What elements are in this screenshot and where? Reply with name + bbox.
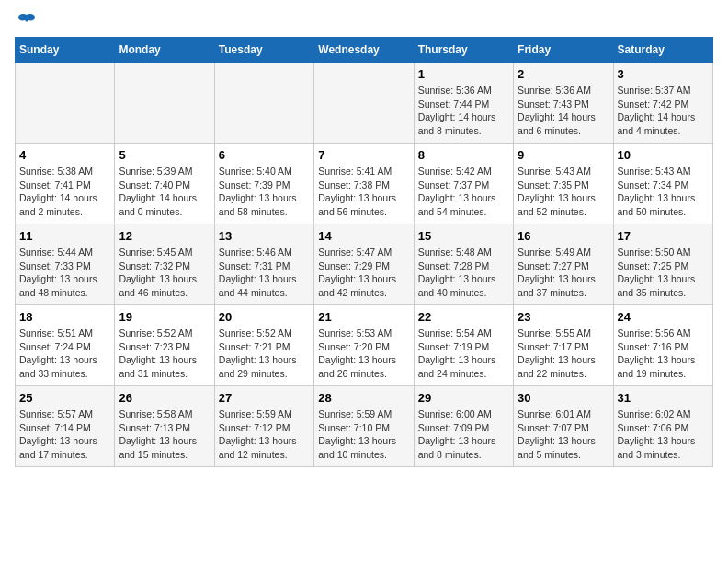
calendar-day-cell: 25Sunrise: 5:57 AM Sunset: 7:14 PM Dayli… [16,386,115,467]
day-info: Sunrise: 5:44 AM Sunset: 7:33 PM Dayligh… [19,246,110,300]
day-number: 20 [219,310,310,324]
calendar-day-cell: 9Sunrise: 5:43 AM Sunset: 7:35 PM Daylig… [514,144,613,224]
calendar-day-cell [214,63,313,144]
day-info: Sunrise: 5:47 AM Sunset: 7:29 PM Dayligh… [318,246,409,300]
day-info: Sunrise: 5:58 AM Sunset: 7:13 PM Dayligh… [119,408,210,462]
day-number: 25 [19,391,110,405]
day-number: 1 [418,67,509,81]
day-info: Sunrise: 5:48 AM Sunset: 7:28 PM Dayligh… [418,246,509,300]
day-number: 9 [518,148,609,162]
day-info: Sunrise: 5:51 AM Sunset: 7:24 PM Dayligh… [19,327,110,381]
page-header [15,15,713,28]
day-number: 26 [119,391,210,405]
day-info: Sunrise: 5:40 AM Sunset: 7:39 PM Dayligh… [219,165,310,219]
calendar-header-row: SundayMondayTuesdayWednesdayThursdayFrid… [16,38,713,63]
day-info: Sunrise: 5:53 AM Sunset: 7:20 PM Dayligh… [318,327,409,381]
day-number: 16 [518,229,609,243]
day-number: 15 [418,229,509,243]
day-number: 17 [618,229,709,243]
calendar-day-cell: 24Sunrise: 5:56 AM Sunset: 7:16 PM Dayli… [613,305,712,386]
day-info: Sunrise: 5:36 AM Sunset: 7:43 PM Dayligh… [518,84,609,138]
calendar-day-cell: 27Sunrise: 5:59 AM Sunset: 7:12 PM Dayli… [214,386,313,467]
day-number: 14 [318,229,409,243]
day-number: 10 [618,148,709,162]
calendar-day-cell: 7Sunrise: 5:41 AM Sunset: 7:38 PM Daylig… [314,144,414,224]
day-info: Sunrise: 5:54 AM Sunset: 7:19 PM Dayligh… [418,327,509,381]
calendar-day-cell: 22Sunrise: 5:54 AM Sunset: 7:19 PM Dayli… [414,305,513,386]
day-info: Sunrise: 6:00 AM Sunset: 7:09 PM Dayligh… [418,408,509,462]
weekday-header: Wednesday [314,38,414,63]
calendar-day-cell: 16Sunrise: 5:49 AM Sunset: 7:27 PM Dayli… [514,224,613,305]
day-number: 13 [219,229,310,243]
day-info: Sunrise: 5:50 AM Sunset: 7:25 PM Dayligh… [618,246,709,300]
day-info: Sunrise: 5:52 AM Sunset: 7:21 PM Dayligh… [219,327,310,381]
day-info: Sunrise: 5:43 AM Sunset: 7:34 PM Dayligh… [618,165,709,219]
day-info: Sunrise: 5:39 AM Sunset: 7:40 PM Dayligh… [119,165,210,219]
weekday-header: Thursday [414,38,513,63]
calendar-day-cell: 11Sunrise: 5:44 AM Sunset: 7:33 PM Dayli… [16,224,115,305]
day-info: Sunrise: 5:59 AM Sunset: 7:10 PM Dayligh… [318,408,409,462]
weekday-header: Tuesday [214,38,313,63]
weekday-header: Sunday [16,38,115,63]
logo [15,15,37,28]
calendar-day-cell: 6Sunrise: 5:40 AM Sunset: 7:39 PM Daylig… [214,144,313,224]
day-number: 11 [19,229,110,243]
calendar-table: SundayMondayTuesdayWednesdayThursdayFrid… [15,37,713,467]
calendar-day-cell: 29Sunrise: 6:00 AM Sunset: 7:09 PM Dayli… [414,386,513,467]
calendar-day-cell: 10Sunrise: 5:43 AM Sunset: 7:34 PM Dayli… [613,144,712,224]
day-info: Sunrise: 6:02 AM Sunset: 7:06 PM Dayligh… [618,408,709,462]
day-info: Sunrise: 5:52 AM Sunset: 7:23 PM Dayligh… [119,327,210,381]
day-number: 27 [219,391,310,405]
day-number: 7 [318,148,409,162]
calendar-week-row: 25Sunrise: 5:57 AM Sunset: 7:14 PM Dayli… [16,386,713,467]
day-number: 8 [418,148,509,162]
day-number: 3 [618,67,709,81]
calendar-day-cell: 4Sunrise: 5:38 AM Sunset: 7:41 PM Daylig… [16,144,115,224]
day-info: Sunrise: 5:46 AM Sunset: 7:31 PM Dayligh… [219,246,310,300]
calendar-day-cell: 14Sunrise: 5:47 AM Sunset: 7:29 PM Dayli… [314,224,414,305]
calendar-day-cell: 21Sunrise: 5:53 AM Sunset: 7:20 PM Dayli… [314,305,414,386]
logo-bird-icon [17,11,37,31]
calendar-day-cell: 18Sunrise: 5:51 AM Sunset: 7:24 PM Dayli… [16,305,115,386]
day-info: Sunrise: 5:41 AM Sunset: 7:38 PM Dayligh… [318,165,409,219]
day-number: 28 [318,391,409,405]
day-number: 24 [618,310,709,324]
calendar-day-cell [115,63,214,144]
day-info: Sunrise: 5:37 AM Sunset: 7:42 PM Dayligh… [618,84,709,138]
day-info: Sunrise: 5:45 AM Sunset: 7:32 PM Dayligh… [119,246,210,300]
day-info: Sunrise: 5:56 AM Sunset: 7:16 PM Dayligh… [618,327,709,381]
calendar-day-cell: 20Sunrise: 5:52 AM Sunset: 7:21 PM Dayli… [214,305,313,386]
day-number: 21 [318,310,409,324]
weekday-header: Friday [514,38,613,63]
day-number: 6 [219,148,310,162]
calendar-week-row: 1Sunrise: 5:36 AM Sunset: 7:44 PM Daylig… [16,63,713,144]
day-number: 2 [518,67,609,81]
day-number: 4 [19,148,110,162]
day-info: Sunrise: 5:36 AM Sunset: 7:44 PM Dayligh… [418,84,509,138]
day-number: 23 [518,310,609,324]
day-info: Sunrise: 5:55 AM Sunset: 7:17 PM Dayligh… [518,327,609,381]
day-number: 31 [618,391,709,405]
calendar-day-cell: 26Sunrise: 5:58 AM Sunset: 7:13 PM Dayli… [115,386,214,467]
day-number: 5 [119,148,210,162]
calendar-day-cell: 3Sunrise: 5:37 AM Sunset: 7:42 PM Daylig… [613,63,712,144]
calendar-day-cell: 23Sunrise: 5:55 AM Sunset: 7:17 PM Dayli… [514,305,613,386]
day-number: 12 [119,229,210,243]
calendar-day-cell: 15Sunrise: 5:48 AM Sunset: 7:28 PM Dayli… [414,224,513,305]
calendar-day-cell: 31Sunrise: 6:02 AM Sunset: 7:06 PM Dayli… [613,386,712,467]
day-number: 29 [418,391,509,405]
day-info: Sunrise: 5:43 AM Sunset: 7:35 PM Dayligh… [518,165,609,219]
calendar-day-cell: 13Sunrise: 5:46 AM Sunset: 7:31 PM Dayli… [214,224,313,305]
day-number: 18 [19,310,110,324]
weekday-header: Monday [115,38,214,63]
calendar-day-cell [314,63,414,144]
day-info: Sunrise: 6:01 AM Sunset: 7:07 PM Dayligh… [518,408,609,462]
calendar-week-row: 18Sunrise: 5:51 AM Sunset: 7:24 PM Dayli… [16,305,713,386]
calendar-day-cell: 17Sunrise: 5:50 AM Sunset: 7:25 PM Dayli… [613,224,712,305]
day-info: Sunrise: 5:57 AM Sunset: 7:14 PM Dayligh… [19,408,110,462]
calendar-day-cell: 19Sunrise: 5:52 AM Sunset: 7:23 PM Dayli… [115,305,214,386]
calendar-day-cell [16,63,115,144]
calendar-day-cell: 8Sunrise: 5:42 AM Sunset: 7:37 PM Daylig… [414,144,513,224]
calendar-day-cell: 12Sunrise: 5:45 AM Sunset: 7:32 PM Dayli… [115,224,214,305]
day-info: Sunrise: 5:59 AM Sunset: 7:12 PM Dayligh… [219,408,310,462]
